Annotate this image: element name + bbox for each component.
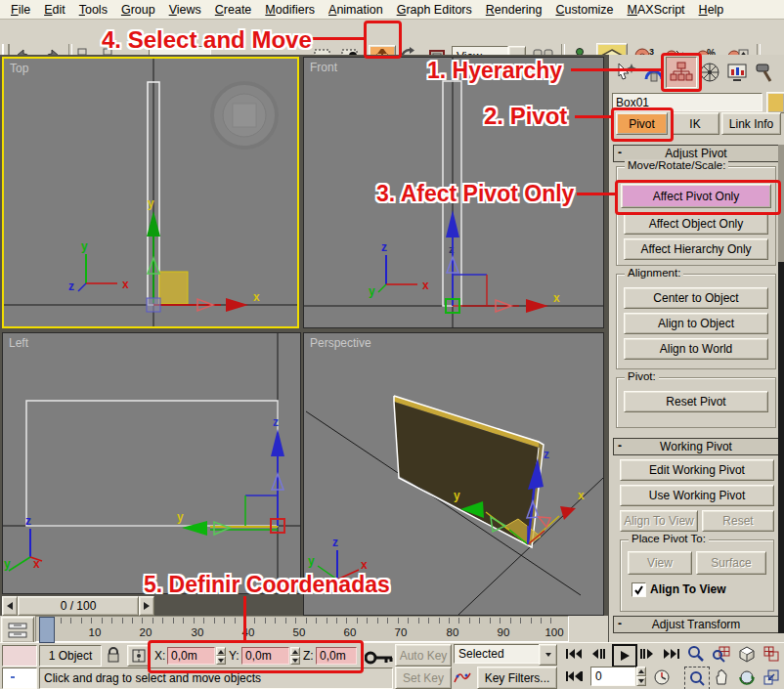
play-button[interactable]: [612, 644, 637, 667]
menu-graph-editors[interactable]: Graph Editors: [390, 1, 479, 19]
arc-rotate-icon[interactable]: [735, 667, 759, 688]
min-max-toggle-icon[interactable]: [761, 667, 782, 688]
panel-scrollbar[interactable]: [778, 145, 784, 633]
mini-curve-editor-button[interactable]: [1, 617, 34, 643]
rollout-working-pivot[interactable]: - Working Pivot: [613, 438, 779, 455]
annotation-step3: 3. Afect Pivot Only: [376, 181, 574, 207]
time-configuration-icon[interactable]: [651, 667, 673, 687]
menu-views[interactable]: Views: [162, 1, 208, 19]
viewport-top-label[interactable]: Top: [10, 62, 28, 75]
viewport-front-label[interactable]: Front: [310, 61, 337, 74]
zoom-all-icon[interactable]: [710, 643, 733, 665]
z-coord-field[interactable]: 0,0m: [316, 647, 357, 665]
viewport-left-label[interactable]: Left: [9, 336, 28, 350]
tab-create[interactable]: [613, 59, 638, 86]
x-coord-spinner[interactable]: [216, 647, 226, 665]
object-color-swatch[interactable]: [766, 92, 784, 113]
z-coord-label: Z:: [303, 649, 314, 663]
rollout-adjust-transform[interactable]: - Adjust Transform: [613, 616, 779, 633]
affect-pivot-only-button[interactable]: Affect Pivot Only: [621, 184, 771, 208]
y-coord-spinner[interactable]: [290, 647, 300, 665]
zoom-extents-all-icon[interactable]: [761, 643, 782, 665]
group-pivot-label: Pivot:: [625, 370, 659, 382]
ik-tab-button[interactable]: IK: [671, 112, 719, 135]
auto-key-button[interactable]: Auto Key: [395, 644, 452, 667]
tab-display[interactable]: [724, 59, 750, 86]
edit-working-pivot-button[interactable]: Edit Working Pivot: [620, 459, 774, 481]
listener-field[interactable]: [2, 667, 37, 689]
key-mode-toggle-icon[interactable]: [563, 667, 585, 685]
time-forward-button[interactable]: [139, 596, 154, 616]
menu-maxscript[interactable]: MAXScript: [621, 1, 692, 19]
annotation-step1: 1. Hyerarchy: [427, 58, 562, 84]
pivot-tab-button[interactable]: Pivot: [616, 112, 668, 135]
viewport-left[interactable]: Left z y z y: [2, 332, 301, 594]
viewport-perspective-label[interactable]: Perspective: [310, 336, 371, 350]
go-to-end-icon[interactable]: [661, 645, 682, 663]
use-working-pivot-label: Use Working Pivot: [649, 490, 745, 501]
working-pivot-reset-label: Reset: [722, 515, 753, 527]
working-pivot-reset-button[interactable]: Reset: [702, 510, 774, 532]
zoom-icon[interactable]: [684, 643, 708, 665]
place-pivot-view-button[interactable]: View: [628, 551, 692, 575]
use-working-pivot-button[interactable]: Use Working Pivot: [620, 485, 774, 506]
time-back-button[interactable]: [2, 596, 18, 616]
y-coord-field[interactable]: 0,0m: [241, 647, 289, 665]
menu-file[interactable]: File: [4, 1, 37, 19]
align-to-view-checkbox-label[interactable]: Align To View: [650, 582, 726, 596]
rollout-adjust-pivot-title: Adjust Pivot: [665, 147, 726, 160]
menu-customize[interactable]: Customize: [548, 1, 620, 19]
menu-modifiers[interactable]: Modifiers: [258, 1, 322, 19]
reset-pivot-button[interactable]: Reset Pivot: [624, 391, 768, 412]
frame-counter[interactable]: 0 / 100: [18, 596, 139, 616]
next-frame-icon[interactable]: [637, 645, 657, 663]
y-coord-value: 0,0m: [245, 649, 272, 663]
menu-group[interactable]: Group: [114, 1, 162, 19]
default-in-out-tangent-icon[interactable]: [452, 667, 473, 687]
macro-recorder-field[interactable]: [2, 645, 37, 667]
link-info-tab-button[interactable]: Link Info: [721, 112, 781, 135]
group-place-pivot-to-label: Place Pivot To:: [629, 533, 709, 544]
svg-text:x: x: [122, 278, 129, 291]
set-key-button[interactable]: Set Key: [395, 667, 452, 689]
align-to-world-button[interactable]: Align to World: [624, 338, 768, 360]
tab-motion[interactable]: [697, 59, 722, 86]
menu-rendering[interactable]: Rendering: [479, 1, 549, 19]
menu-edit[interactable]: Edit: [37, 1, 72, 19]
absolute-mode-icon[interactable]: [127, 645, 151, 667]
region-zoom-icon[interactable]: [684, 667, 710, 689]
go-to-start-icon[interactable]: [563, 645, 585, 663]
center-to-object-button[interactable]: Center to Object: [624, 287, 768, 309]
tab-modify[interactable]: [640, 59, 666, 86]
selection-lock-icon[interactable]: [104, 645, 123, 665]
key-filters-button[interactable]: Key Filters...: [477, 667, 557, 689]
align-to-view-checkbox[interactable]: [632, 582, 646, 597]
zoom-extents-icon[interactable]: [735, 643, 759, 665]
track-bar[interactable]: 0 10 20 30 40 50 60 70 80 90 100: [35, 616, 569, 642]
annotation-step5: 5. Definir Coordenadas: [144, 572, 390, 598]
viewport-top[interactable]: Top y x y x z: [2, 57, 299, 328]
affect-object-only-button[interactable]: Affect Object Only: [624, 213, 768, 235]
x-coord-field[interactable]: 0,0m: [167, 647, 215, 665]
tab-utilities[interactable]: [752, 59, 777, 86]
object-name-field[interactable]: Box01: [612, 93, 762, 111]
menu-animation[interactable]: Animation: [322, 1, 390, 19]
menu-tools[interactable]: Tools: [72, 1, 114, 19]
checkmark-icon: [633, 584, 644, 595]
panel-scrollbar-thumb[interactable]: [778, 145, 784, 262]
align-to-view-button[interactable]: Align To View: [620, 510, 698, 532]
previous-frame-icon[interactable]: [588, 645, 608, 663]
tab-hierarchy[interactable]: [666, 57, 697, 88]
svg-text:x: x: [578, 489, 585, 502]
selection-set-dropdown-arrow-icon[interactable]: [539, 644, 557, 666]
command-panel: Box01 Pivot IK Link Info - Adjust Pivot …: [608, 55, 784, 642]
place-pivot-surface-button[interactable]: Surface: [696, 551, 766, 575]
time-slider-handle[interactable]: [39, 617, 55, 643]
menu-create[interactable]: Create: [208, 1, 259, 19]
current-frame-spinner[interactable]: [636, 667, 646, 686]
affect-hierarchy-only-button[interactable]: Affect Hierarchy Only: [624, 238, 768, 260]
align-to-object-button[interactable]: Align to Object: [624, 313, 768, 334]
current-frame-field[interactable]: 0: [590, 667, 635, 686]
menu-help[interactable]: Help: [692, 1, 731, 19]
pan-icon[interactable]: [710, 667, 733, 688]
